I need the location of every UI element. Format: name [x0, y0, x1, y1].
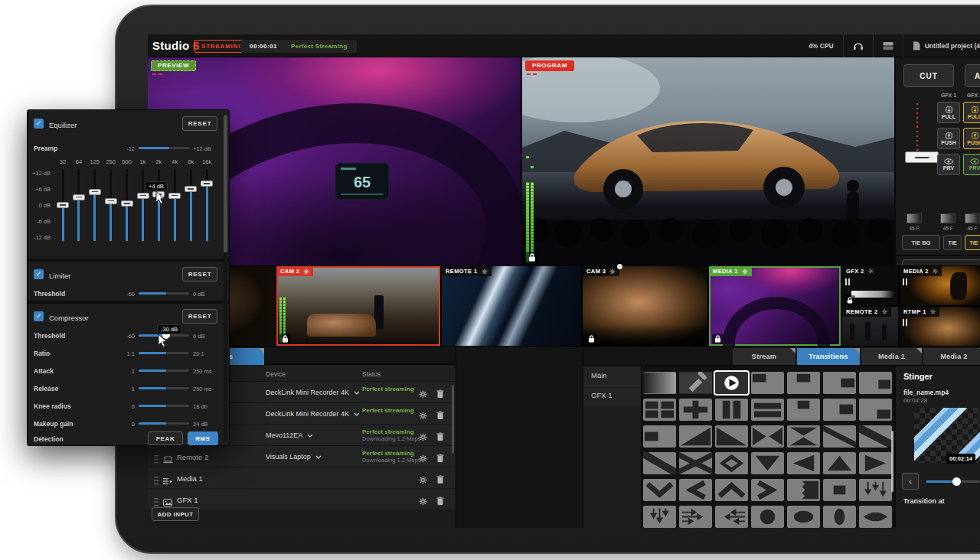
transition-lens[interactable] [859, 506, 892, 528]
equalizer-checkbox[interactable]: ✓ [34, 119, 44, 129]
compressor-reset-button[interactable]: RESET [182, 309, 217, 324]
source-thumb-cam2[interactable]: CAM 2 [276, 266, 440, 346]
slider-handle[interactable] [952, 477, 961, 486]
transition-zigzag[interactable] [787, 479, 820, 501]
tab-stream[interactable]: Stream [733, 348, 795, 365]
lock-icon[interactable] [844, 295, 855, 305]
eq-band-slider[interactable] [126, 169, 128, 241]
transition-ellipse-vertical[interactable] [823, 506, 856, 528]
eq-band-slider[interactable] [190, 169, 192, 241]
eq-band-handle[interactable] [168, 193, 181, 199]
transition-rect-center[interactable] [823, 479, 856, 501]
slider[interactable] [139, 352, 189, 354]
limiter-checkbox[interactable]: ✓ [34, 269, 44, 279]
eq-band-slider[interactable] [206, 169, 208, 241]
add-input-button[interactable]: ADD INPUT [152, 507, 199, 521]
eq-band-slider[interactable] [109, 169, 112, 241]
trash-icon[interactable] [436, 452, 444, 466]
transition-chevron-left[interactable] [679, 479, 712, 501]
gfx1-prv-button[interactable]: PRV [937, 154, 960, 175]
divider-handle[interactable] [617, 264, 622, 269]
source-thumb-remote1[interactable]: REMOTE 1 [442, 266, 581, 346]
transitions-scrollbar[interactable] [891, 431, 893, 492]
transition-diagonal-bar-wide[interactable] [643, 452, 676, 474]
panel-scroll-track[interactable] [224, 115, 227, 441]
transition-cross-plus[interactable] [679, 399, 712, 421]
eq-band-handle[interactable] [105, 198, 117, 204]
tab-media-2[interactable]: Media 2 [923, 348, 980, 365]
auto-button[interactable]: A [965, 64, 980, 87]
compressor-checkbox[interactable]: ✓ [34, 311, 44, 321]
input-row[interactable]: Remote 2 Visuals Laptop Perfect streamin… [148, 446, 456, 467]
transition-arrows-right[interactable] [679, 506, 712, 528]
lock-icon[interactable] [279, 334, 291, 344]
source-thumb-gfx2[interactable]: GFX 2 [842, 266, 898, 305]
trash-icon[interactable] [436, 474, 444, 487]
transition-wipe-diagonal-down[interactable] [715, 425, 748, 448]
transition-grid-four[interactable] [643, 399, 676, 421]
transition-box-top-left[interactable] [751, 372, 784, 394]
lock-icon[interactable] [586, 334, 597, 344]
gear-icon[interactable] [419, 409, 427, 423]
gfx2-pull-button[interactable]: PULL [963, 102, 980, 123]
gfx1-push-button[interactable]: PUSH [937, 128, 960, 149]
drag-handle-icon[interactable] [154, 474, 158, 488]
eq-band-handle[interactable] [185, 186, 197, 192]
lock-icon[interactable] [526, 252, 538, 263]
gfx1-pull-button[interactable]: PULL [937, 102, 960, 123]
cut-button[interactable]: CUT [903, 64, 954, 87]
transition-triangle-left[interactable] [787, 452, 820, 474]
tbar-handle[interactable] [905, 151, 939, 163]
eq-band-slider[interactable] [93, 169, 96, 241]
source-thumb-cam3[interactable]: CAM 3 [583, 266, 707, 346]
transition-chevron-up[interactable] [715, 479, 748, 501]
eq-band-handle[interactable] [73, 194, 85, 200]
peak-button[interactable]: PEAK [148, 431, 183, 445]
transition-bowtie-horizontal[interactable] [751, 425, 784, 448]
transition-ellipse-horizontal[interactable] [787, 506, 820, 528]
eq-band-slider[interactable] [174, 169, 176, 241]
tie-gfx1-button[interactable]: TIE [943, 235, 962, 250]
slider[interactable] [139, 405, 189, 407]
eq-band-handle[interactable] [89, 189, 101, 195]
trash-icon[interactable] [436, 409, 444, 423]
device-select[interactable]: Visuals Laptop [266, 453, 322, 461]
transition-color-picker[interactable] [679, 372, 712, 394]
transition-circle[interactable] [751, 506, 784, 528]
transition-triangle-right[interactable] [859, 452, 892, 474]
transition-bowtie-vertical[interactable] [787, 425, 820, 448]
transition-arrows-down-split[interactable] [643, 506, 676, 528]
transition-arrows-down[interactable] [859, 479, 892, 501]
transition-triangle-down[interactable] [751, 452, 784, 474]
transition-box-right[interactable] [823, 372, 856, 394]
transition-box-top[interactable] [787, 372, 820, 394]
transitions-target-gfx-1[interactable]: GFX 1 [583, 386, 641, 405]
transition-frames-thumb[interactable] [906, 213, 922, 223]
transition-stinger-play[interactable] [715, 372, 748, 394]
eq-band-slider[interactable] [62, 169, 64, 241]
eq-band-handle[interactable] [201, 181, 213, 187]
transitions-target-main[interactable]: Main [583, 366, 641, 386]
device-select[interactable]: Mevo112EA [266, 431, 313, 439]
slider[interactable] [139, 370, 189, 372]
device-select[interactable]: DeckLink Mini Recorder 4K [266, 389, 360, 396]
source-thumb-remote2[interactable]: REMOTE 2 [842, 307, 898, 346]
transition-triangle-up[interactable] [823, 452, 856, 474]
transition-box-top-center[interactable] [787, 399, 820, 421]
device-select[interactable]: DeckLink Mini Recorder 4K [266, 410, 360, 418]
back-button[interactable]: ‹ [902, 473, 919, 490]
trash-icon[interactable] [436, 495, 444, 509]
gear-icon[interactable] [419, 474, 427, 487]
transition-split-vertical[interactable] [715, 399, 748, 421]
eq-band-slider[interactable] [77, 169, 80, 241]
tie-gfx2-button[interactable]: TIE [965, 235, 980, 250]
gfx2-prv-button[interactable]: PRV [963, 154, 980, 175]
source-thumb-media1[interactable]: MEDIA 1 [709, 266, 841, 346]
eq-band-handle[interactable] [57, 202, 69, 208]
trash-icon[interactable] [436, 388, 444, 402]
tie-bg-button[interactable]: TIE BG [902, 235, 940, 250]
eq-band-handle[interactable] [137, 193, 149, 199]
gear-icon[interactable] [419, 388, 427, 402]
transition-diagonal-bar-thin[interactable] [823, 425, 856, 448]
stinger-position-slider[interactable] [926, 480, 980, 483]
